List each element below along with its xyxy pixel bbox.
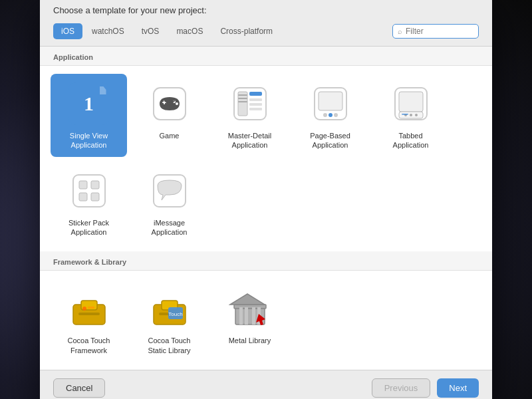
svg-rect-12: [249, 103, 262, 106]
tab-macos[interactable]: macOS: [168, 23, 211, 39]
svg-point-4: [176, 102, 178, 105]
sticker-pack-label: Sticker PackApplication: [68, 218, 109, 237]
cancel-button[interactable]: Cancel: [53, 378, 105, 398]
previous-button[interactable]: Previous: [372, 378, 431, 398]
application-section-header: Application: [40, 47, 492, 66]
sticker-pack-icon: [66, 168, 112, 214]
template-tabbed[interactable]: TabbedApplication: [372, 74, 449, 157]
template-single-view[interactable]: 1 Single ViewApplication: [51, 74, 127, 157]
dialog-title: Choose a template for your new project:: [53, 5, 479, 15]
svg-rect-31: [79, 193, 87, 201]
svg-point-19: [323, 113, 327, 117]
svg-rect-14: [238, 94, 247, 96]
svg-point-26: [410, 114, 412, 116]
page-based-label: Page-BasedApplication: [310, 131, 350, 150]
template-cocoa-touch-static[interactable]: Touch Cocoa TouchStatic Library: [131, 279, 207, 362]
tabbed-icon: [388, 80, 434, 127]
svg-rect-39: [88, 307, 94, 309]
svg-rect-28: [402, 114, 408, 115]
tab-ios[interactable]: iOS: [53, 23, 82, 39]
svg-rect-47: [239, 307, 243, 325]
dialog-footer: Cancel Previous Next: [40, 370, 492, 399]
svg-rect-29: [73, 175, 105, 207]
cocoa-touch-framework-label: Cocoa TouchFramework: [67, 336, 110, 355]
game-icon: [146, 80, 193, 127]
svg-point-20: [329, 113, 332, 117]
svg-rect-13: [249, 108, 262, 110]
application-templates-grid: 1 Single ViewApplication: [40, 66, 492, 251]
template-metal-library[interactable]: Metal Library: [211, 279, 288, 362]
tab-cross-platform[interactable]: Cross-platform: [212, 23, 281, 39]
dialog-header: Choose a template for your new project: …: [40, 0, 492, 47]
svg-marker-51: [230, 294, 265, 305]
cocoa-touch-framework-icon: [66, 285, 112, 332]
tabs-row: iOS watchOS tvOS macOS Cross-platform ⌕: [53, 23, 479, 39]
template-page-based[interactable]: Page-BasedApplication: [292, 74, 368, 157]
game-label: Game: [160, 131, 180, 140]
tab-bar: iOS watchOS tvOS macOS Cross-platform: [53, 23, 392, 39]
master-detail-label: Master-DetailApplication: [228, 131, 271, 150]
cocoa-touch-static-icon: Touch: [146, 285, 193, 332]
framework-section-header: Framework & Library: [40, 251, 492, 271]
svg-rect-23: [399, 92, 423, 112]
svg-rect-16: [238, 101, 247, 102]
nav-buttons: Previous Next: [372, 378, 479, 398]
svg-rect-18: [319, 92, 342, 110]
new-project-dialog: Choose a template for your new project: …: [40, 0, 492, 399]
metal-library-label: Metal Library: [229, 336, 271, 345]
next-button[interactable]: Next: [437, 378, 479, 398]
template-master-detail[interactable]: Master-DetailApplication: [211, 74, 288, 157]
svg-rect-48: [245, 307, 248, 325]
template-cocoa-touch-framework[interactable]: Cocoa TouchFramework: [51, 279, 127, 362]
template-imessage[interactable]: iMessageApplication: [131, 161, 207, 244]
imessage-label: iMessageApplication: [152, 218, 188, 237]
filter-input[interactable]: [406, 27, 473, 36]
template-game[interactable]: Game: [131, 74, 207, 157]
metal-library-icon: [227, 285, 273, 332]
svg-rect-11: [249, 98, 262, 101]
svg-point-27: [415, 114, 418, 116]
single-view-icon: 1: [66, 80, 112, 127]
page-based-icon: [307, 80, 354, 127]
dialog-body: Application 1 Single ViewApplication: [40, 47, 492, 370]
svg-rect-46: [234, 305, 266, 309]
imessage-icon: [146, 168, 193, 214]
tabbed-label: TabbedApplication: [393, 131, 429, 150]
svg-text:Touch: Touch: [168, 311, 182, 317]
svg-rect-15: [238, 98, 247, 99]
svg-rect-37: [78, 313, 100, 315]
svg-rect-33: [91, 193, 99, 201]
cocoa-touch-static-label: Cocoa TouchStatic Library: [148, 336, 190, 355]
filter-box: ⌕: [392, 24, 479, 39]
tab-tvos[interactable]: tvOS: [134, 23, 168, 39]
single-view-label: Single ViewApplication: [70, 131, 108, 150]
framework-templates-grid: Cocoa TouchFramework Touch Cocoa TouchSt…: [40, 271, 492, 370]
svg-rect-10: [249, 92, 262, 96]
svg-rect-49: [252, 307, 255, 325]
filter-icon: ⌕: [398, 27, 402, 35]
tab-watchos[interactable]: watchOS: [84, 23, 132, 39]
svg-rect-30: [79, 181, 87, 189]
svg-point-38: [82, 307, 86, 311]
svg-rect-32: [91, 181, 99, 189]
template-sticker-pack[interactable]: Sticker PackApplication: [51, 161, 127, 244]
master-detail-icon: [227, 80, 273, 127]
svg-point-21: [334, 113, 338, 117]
